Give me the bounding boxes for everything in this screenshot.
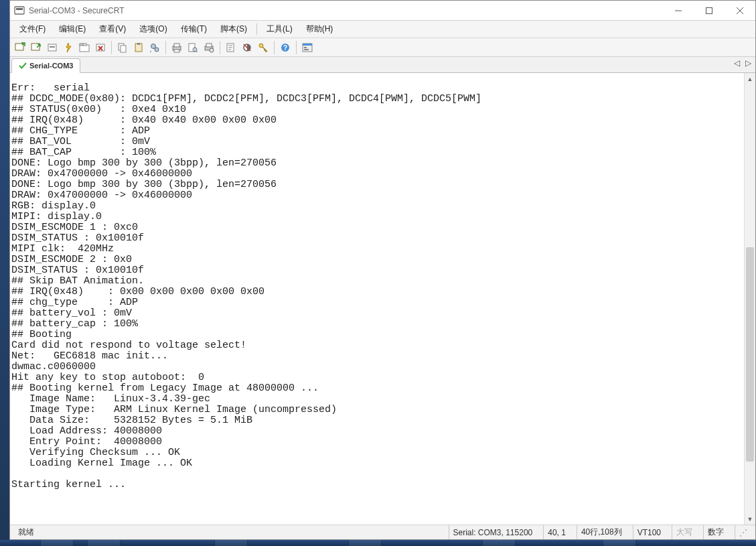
key-icon[interactable] <box>256 40 271 55</box>
status-dimensions: 40行,108列 <box>577 525 626 539</box>
status-capslock: 大写 <box>672 525 696 539</box>
help-icon[interactable]: ? <box>278 40 293 55</box>
svg-rect-9 <box>80 44 83 46</box>
statusbar: 就绪 Serial: COM3, 115200 40, 1 40行,108列 V… <box>10 525 755 539</box>
svg-rect-24 <box>206 44 212 47</box>
tabbed-icon[interactable] <box>77 40 92 55</box>
svg-point-16 <box>151 44 156 48</box>
scroll-down-icon[interactable]: ▼ <box>745 513 755 525</box>
copy-icon[interactable] <box>115 40 130 55</box>
toggle-icon[interactable] <box>240 40 254 55</box>
status-ready: 就绪 <box>14 525 38 539</box>
svg-point-25 <box>210 48 214 52</box>
log-session-icon[interactable] <box>224 40 238 55</box>
terminal-area: Err: serial ## DCDC_MODE(0x80): DCDC1[PF… <box>10 73 755 525</box>
desktop-taskbar <box>0 540 756 546</box>
session-tab-label: Serial-COM3 <box>29 62 73 70</box>
svg-point-4 <box>22 43 24 45</box>
tab-prev-icon[interactable]: ◁ <box>734 58 740 68</box>
disconnect-icon[interactable] <box>45 40 60 55</box>
terminal-output[interactable]: Err: serial ## DCDC_MODE(0x80): DCDC1[PF… <box>10 83 744 515</box>
menu-help[interactable]: 帮助(H) <box>299 21 340 38</box>
reconnect-icon[interactable] <box>29 40 44 55</box>
window-title: Serial-COM3 - SecureCRT <box>29 6 124 15</box>
minimize-button[interactable] <box>663 1 694 21</box>
svg-point-17 <box>155 48 159 52</box>
vertical-scrollbar[interactable]: ▲ ▼ <box>744 73 755 525</box>
menu-edit[interactable]: 编辑(E) <box>52 21 92 38</box>
status-connection: Serial: COM3, 115200 <box>449 525 537 539</box>
toolbar: ? <box>10 38 755 57</box>
maximize-button[interactable] <box>694 1 725 21</box>
find-icon[interactable] <box>147 40 162 55</box>
menu-script[interactable]: 脚本(S) <box>214 21 254 38</box>
menu-transfer[interactable]: 传输(T) <box>174 21 214 38</box>
print-preview-icon[interactable] <box>185 40 200 55</box>
checkmark-icon <box>19 62 27 70</box>
close-session-icon[interactable] <box>93 40 108 55</box>
new-session-icon[interactable] <box>13 40 27 55</box>
titlebar[interactable]: Serial-COM3 - SecureCRT <box>10 1 755 21</box>
tab-next-icon[interactable]: ▷ <box>745 58 751 68</box>
session-tab[interactable]: Serial-COM3 <box>11 58 80 73</box>
desktop-dock-strip <box>0 0 9 546</box>
status-emulation: VT100 <box>633 525 665 539</box>
svg-rect-20 <box>174 50 179 52</box>
scroll-up-icon[interactable]: ▲ <box>745 73 755 84</box>
svg-rect-7 <box>50 46 55 48</box>
menubar: 文件(F) 编辑(E) 查看(V) 选项(O) 传输(T) 脚本(S) 工具(L… <box>10 21 755 38</box>
status-grip-icon: ⋰ <box>735 525 751 539</box>
quick-connect-icon[interactable] <box>61 40 76 55</box>
menu-tools[interactable]: 工具(L) <box>260 21 299 38</box>
menu-view[interactable]: 查看(V) <box>92 21 133 38</box>
svg-text:?: ? <box>283 44 287 52</box>
print-icon[interactable] <box>169 40 184 55</box>
svg-rect-0 <box>15 7 24 14</box>
svg-rect-19 <box>174 44 179 47</box>
svg-rect-34 <box>304 49 309 50</box>
svg-rect-13 <box>121 46 126 52</box>
svg-rect-2 <box>706 7 712 13</box>
menu-file[interactable]: 文件(F) <box>13 21 52 38</box>
close-button[interactable] <box>725 1 755 21</box>
svg-rect-32 <box>303 44 312 46</box>
app-icon <box>14 5 25 16</box>
status-numlock: 数字 <box>703 525 728 539</box>
svg-rect-1 <box>16 8 23 10</box>
paste-icon[interactable] <box>131 40 146 55</box>
status-cursor: 40, 1 <box>543 525 570 539</box>
svg-rect-10 <box>83 44 86 46</box>
app-window: Serial-COM3 - SecureCRT 文件(F) 编辑(E) 查看(V… <box>9 0 756 540</box>
tabstrip: Serial-COM3 ◁ ▷ <box>10 57 755 73</box>
scroll-thumb[interactable] <box>746 247 754 462</box>
menu-options[interactable]: 选项(O) <box>133 21 173 38</box>
session-manager-icon[interactable] <box>300 40 315 55</box>
svg-rect-15 <box>137 43 140 45</box>
printer-setup-icon[interactable] <box>202 40 216 55</box>
svg-rect-33 <box>304 47 307 48</box>
